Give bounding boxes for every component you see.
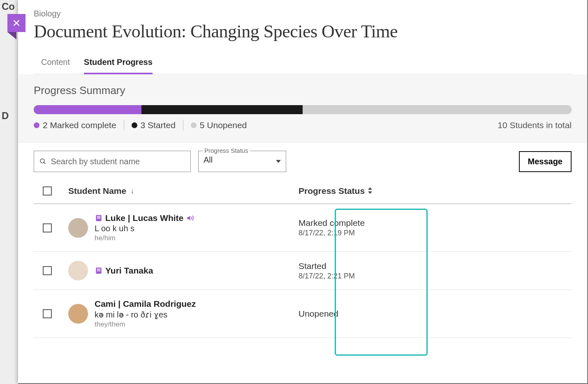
student-phonetic: kə mi lə - ro ðɾi ɣes bbox=[95, 310, 196, 320]
avatar bbox=[68, 218, 88, 238]
column-student-name-label: Student Name bbox=[68, 186, 126, 196]
close-icon bbox=[12, 18, 21, 28]
student-name: Luke | Lucas White bbox=[95, 213, 194, 223]
avatar bbox=[68, 304, 88, 324]
legend-started: 3 Started bbox=[132, 120, 176, 130]
sort-down-icon: ↓ bbox=[130, 187, 134, 195]
tab-student-progress[interactable]: Student Progress bbox=[84, 53, 153, 74]
dot-icon bbox=[132, 122, 137, 128]
progress-time: 8/17/22, 2:19 PM bbox=[299, 229, 393, 237]
table-header: Student Name ↓ Progress Status bbox=[34, 176, 572, 204]
book-icon bbox=[95, 214, 103, 222]
row-checkbox[interactable] bbox=[43, 223, 52, 232]
toolbar: Progress Status All Message bbox=[18, 143, 587, 176]
progress-status: Unopened bbox=[299, 309, 393, 319]
progress-status-filter[interactable]: Progress Status All bbox=[198, 151, 286, 172]
tabbar: Content Student Progress bbox=[34, 53, 572, 74]
table-row[interactable]: Cami | Camila Rodriguezkə mi lə - ro ðɾi… bbox=[34, 290, 572, 338]
main-panel: Biology Document Evolution: Changing Spe… bbox=[18, 0, 587, 383]
column-progress-status-label: Progress Status bbox=[299, 186, 365, 196]
svg-rect-8 bbox=[97, 271, 100, 271]
legend-started-text: 3 Started bbox=[141, 120, 176, 130]
student-pronouns: he/him bbox=[95, 234, 194, 242]
chevron-down-icon bbox=[276, 160, 281, 163]
dot-icon bbox=[191, 122, 197, 128]
select-all-checkbox[interactable] bbox=[43, 186, 52, 195]
audio-icon bbox=[186, 214, 194, 222]
student-phonetic: L oo k uh s bbox=[95, 224, 194, 233]
dot-icon bbox=[34, 122, 39, 128]
svg-point-0 bbox=[40, 159, 44, 163]
legend-complete-text: 2 Marked complete bbox=[43, 120, 116, 130]
panel-header: Biology Document Evolution: Changing Spe… bbox=[18, 0, 587, 74]
column-progress-status[interactable]: Progress Status bbox=[299, 186, 393, 196]
svg-rect-3 bbox=[97, 217, 100, 218]
progress-status: Started bbox=[299, 261, 393, 271]
column-student-name[interactable]: Student Name ↓ bbox=[68, 186, 299, 196]
table-row[interactable]: Yuri TanakaStarted8/17/22, 2:21 PM bbox=[34, 252, 572, 290]
sort-icon bbox=[367, 186, 373, 196]
progress-summary: Progress Summary 2 Marked complete 3 Sta… bbox=[18, 74, 587, 143]
progress-summary-title: Progress Summary bbox=[34, 84, 572, 97]
svg-rect-6 bbox=[97, 269, 100, 269]
close-button[interactable] bbox=[7, 14, 25, 32]
book-icon bbox=[95, 267, 103, 275]
breadcrumb[interactable]: Biology bbox=[34, 9, 572, 18]
progress-seg-started bbox=[141, 105, 303, 114]
svg-rect-7 bbox=[97, 270, 100, 270]
student-table: Student Name ↓ Progress Status Luke | Lu… bbox=[18, 176, 587, 338]
page-title: Document Evolution: Changing Species Ove… bbox=[34, 21, 572, 42]
row-checkbox[interactable] bbox=[43, 266, 52, 275]
legend-separator bbox=[124, 120, 124, 131]
svg-rect-2 bbox=[97, 216, 100, 216]
filter-value: All bbox=[204, 155, 213, 164]
legend-separator bbox=[183, 120, 183, 131]
avatar bbox=[68, 261, 88, 281]
message-button[interactable]: Message bbox=[519, 151, 572, 172]
progress-seg-complete bbox=[34, 105, 141, 114]
legend-complete: 2 Marked complete bbox=[34, 120, 116, 130]
legend-unopened-text: 5 Unopened bbox=[200, 120, 247, 130]
student-name: Cami | Camila Rodriguez bbox=[95, 299, 196, 309]
table-row[interactable]: Luke | Lucas White L oo k uh she/himMark… bbox=[34, 204, 572, 252]
progress-bar bbox=[34, 105, 572, 114]
legend-unopened: 5 Unopened bbox=[191, 120, 247, 130]
legend-total: 10 Students in total bbox=[498, 120, 572, 130]
progress-legend: 2 Marked complete 3 Started 5 Unopened 1… bbox=[34, 120, 572, 131]
bg-text: Co bbox=[2, 1, 15, 12]
search-icon bbox=[39, 157, 46, 166]
row-checkbox[interactable] bbox=[43, 309, 52, 318]
filter-label: Progress Status bbox=[203, 147, 250, 154]
tab-content[interactable]: Content bbox=[41, 53, 70, 74]
progress-seg-unopened bbox=[303, 105, 572, 114]
progress-time: 8/17/22, 2:21 PM bbox=[299, 272, 393, 281]
search-input-wrap[interactable] bbox=[34, 151, 191, 172]
left-rail: Co D bbox=[0, 0, 18, 384]
svg-rect-4 bbox=[97, 218, 100, 218]
student-name: Yuri Tanaka bbox=[95, 266, 153, 276]
progress-status: Marked complete bbox=[299, 218, 393, 228]
bg-text: D bbox=[2, 110, 9, 122]
student-pronouns: they/them bbox=[95, 320, 196, 329]
search-input[interactable] bbox=[51, 157, 185, 166]
